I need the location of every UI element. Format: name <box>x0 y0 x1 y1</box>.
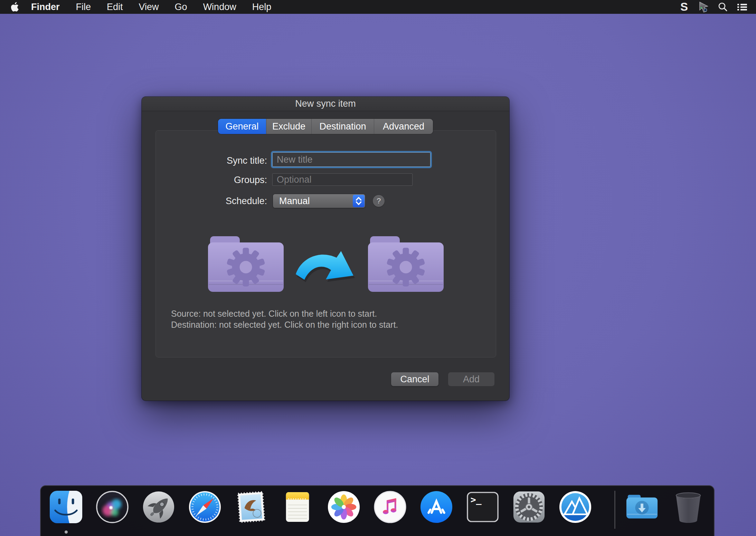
popup-stepper-cap <box>353 195 365 207</box>
finder-icon <box>49 490 83 524</box>
groups-field-border <box>272 173 413 186</box>
dock-item-siri[interactable] <box>95 490 129 524</box>
dock-item-finder[interactable] <box>49 490 83 524</box>
sync-direction-arrow-icon <box>293 248 359 288</box>
system-preferences-gear-icon <box>512 490 546 524</box>
dock-item-system-preferences[interactable] <box>512 490 546 524</box>
menu-item-window[interactable]: Window <box>195 0 244 14</box>
dock: >_ <box>40 485 715 536</box>
menu-item-file[interactable]: File <box>68 0 99 14</box>
add-button[interactable]: Add <box>448 372 494 386</box>
cursor-menu-extra[interactable] <box>697 0 710 14</box>
menu-bar: Finder File Edit View Go Window Help S <box>0 0 756 14</box>
tab-exclude[interactable]: Exclude <box>266 119 312 134</box>
schedule-label: Schedule: <box>153 196 267 207</box>
tab-bar: General Exclude Destination Advanced <box>218 119 433 134</box>
tab-destination[interactable]: Destination <box>312 119 374 134</box>
menu-bar-left: Finder File Edit View Go Window Help <box>0 0 279 14</box>
groups-label: Groups: <box>153 175 267 185</box>
dock-item-downloads[interactable] <box>625 490 659 524</box>
dock-separator <box>614 491 615 529</box>
notification-center-menu-extra[interactable] <box>735 0 749 14</box>
dock-item-trash[interactable] <box>671 490 705 524</box>
tab-general[interactable]: General <box>218 119 266 134</box>
destination-folder-icon <box>367 235 444 293</box>
photos-flower-icon <box>327 490 361 524</box>
sync-title-label: Sync title: <box>153 155 267 166</box>
sync-title-field-focus-ring <box>272 152 431 167</box>
menu-item-view[interactable]: View <box>131 0 167 14</box>
schedule-popup-button[interactable]: Manual <box>273 194 365 208</box>
dock-item-launchpad[interactable] <box>142 490 176 524</box>
menu-item-edit[interactable]: Edit <box>99 0 131 14</box>
app-store-icon <box>419 490 453 524</box>
safari-icon <box>188 490 222 524</box>
destination-folder-button[interactable] <box>367 235 444 293</box>
apple-icon <box>10 2 19 12</box>
source-folder-button[interactable] <box>207 235 284 293</box>
dialog-title: New sync item <box>295 98 356 109</box>
dock-item-photos[interactable] <box>327 490 361 524</box>
launchpad-rocket-icon <box>142 490 176 524</box>
dock-item-safari[interactable] <box>188 490 222 524</box>
mail-stamp-icon <box>234 490 268 524</box>
question-mark-icon: ? <box>377 197 381 205</box>
siri-icon <box>95 490 129 524</box>
dock-item-notes[interactable] <box>281 490 314 524</box>
menu-bar-status-icons: S <box>677 0 749 14</box>
menu-item-help[interactable]: Help <box>244 0 280 14</box>
apple-menu[interactable] <box>0 0 23 14</box>
dock-item-music[interactable] <box>373 490 407 524</box>
dock-item-mail[interactable] <box>234 490 268 524</box>
sync-direction-arrow <box>293 248 359 288</box>
groups-input[interactable] <box>273 174 412 185</box>
new-sync-item-dialog: New sync item General Exclude Destinatio… <box>142 97 509 401</box>
sync-title-input[interactable] <box>273 153 430 166</box>
app-cleaner-mountains-icon <box>558 490 592 524</box>
schedule-selected-value: Manual <box>279 194 310 208</box>
dock-item-app-store[interactable] <box>419 490 453 524</box>
spotlight-menu-extra[interactable] <box>716 0 730 14</box>
source-status-line: Source: not selected yet. Click on the l… <box>171 308 398 319</box>
dock-item-terminal[interactable]: >_ <box>466 490 500 524</box>
desktop: { "colors": { "desktop": "#6b66b2", "men… <box>0 0 756 536</box>
destination-status-line: Destination: not selected yet. Click on … <box>171 319 398 330</box>
dock-item-app-cleaner[interactable] <box>558 490 592 524</box>
search-icon <box>717 1 728 12</box>
dialog-title-bar[interactable]: New sync item <box>142 97 509 111</box>
synctime-icon: S <box>680 0 688 14</box>
cancel-button[interactable]: Cancel <box>391 372 438 386</box>
schedule-help-button[interactable]: ? <box>373 195 385 207</box>
downloads-folder-icon <box>625 490 659 524</box>
menu-item-go[interactable]: Go <box>167 0 195 14</box>
selection-status-text: Source: not selected yet. Click on the l… <box>171 308 398 330</box>
trash-icon <box>671 490 705 524</box>
notes-icon <box>281 490 314 524</box>
cursor-icon <box>698 1 709 13</box>
tab-advanced[interactable]: Advanced <box>374 119 433 134</box>
synctime-menu-extra[interactable]: S <box>677 0 691 14</box>
terminal-prompt-glyph: >_ <box>471 494 482 505</box>
music-note-icon <box>373 490 407 524</box>
terminal-icon: >_ <box>466 490 500 524</box>
finder-running-indicator <box>65 530 68 534</box>
chevron-up-down-icon <box>353 195 364 207</box>
list-icon <box>736 1 748 12</box>
source-folder-icon <box>207 235 284 293</box>
active-app-menu[interactable]: Finder <box>23 2 68 12</box>
